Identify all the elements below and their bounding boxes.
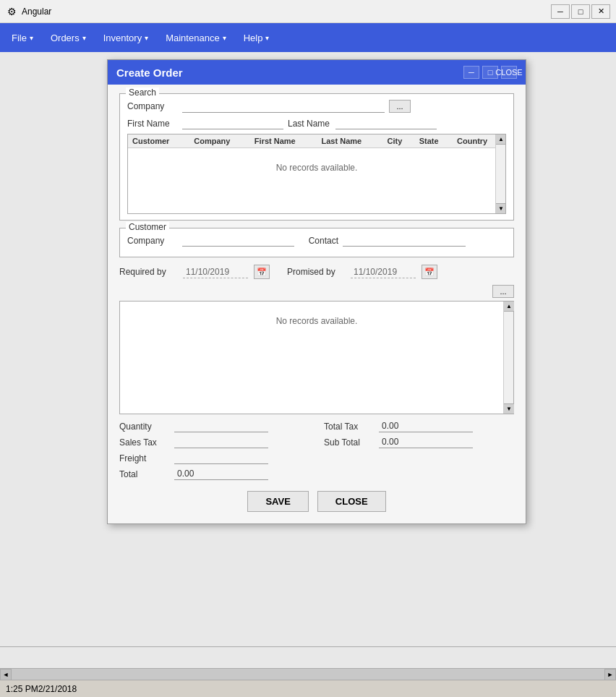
items-browse-button[interactable]: ... <box>492 285 514 298</box>
menu-item-file[interactable]: File ▾ <box>3 28 42 48</box>
freight-input[interactable] <box>174 452 268 464</box>
title-bar-controls: ─ □ ✕ <box>551 4 610 19</box>
menu-item-inventory[interactable]: Inventory ▾ <box>95 28 157 48</box>
maximize-button[interactable]: □ <box>571 4 590 19</box>
dialog-close-button[interactable]: CLOSE <box>501 66 517 79</box>
col-customer: Customer <box>128 134 189 148</box>
file-menu-arrow: ▾ <box>30 34 33 42</box>
help-menu-arrow: ▾ <box>265 34 269 42</box>
main-area: Create Order ─ □ CLOSE Search Company ..… <box>0 52 616 680</box>
promised-by-label: Promised by <box>287 267 345 277</box>
app-icon: ⚙ <box>6 6 17 17</box>
search-group-label: Search <box>126 87 159 98</box>
customer-group: Customer Company Contact <box>119 228 514 257</box>
minimize-button[interactable]: ─ <box>551 4 570 19</box>
freight-label: Freight <box>119 453 170 463</box>
freight-row: Freight <box>119 452 309 464</box>
total-label: Total <box>119 469 170 479</box>
col-city: City <box>383 134 415 148</box>
sub-total-label: Sub Total <box>324 437 375 448</box>
items-scroll[interactable]: No records available. <box>120 302 513 414</box>
sales-tax-row: Sales Tax <box>119 436 309 448</box>
promised-by-input[interactable] <box>351 266 416 278</box>
dialog-title-bar: Create Order ─ □ CLOSE <box>108 60 526 85</box>
total-tax-input[interactable] <box>379 420 473 432</box>
promised-by-calendar-button[interactable]: 📅 <box>422 265 437 279</box>
customer-company-input[interactable] <box>182 234 294 247</box>
customer-group-label: Customer <box>126 222 169 232</box>
sub-total-input[interactable] <box>379 436 473 448</box>
title-bar: ⚙ Angular ─ □ ✕ <box>0 0 616 23</box>
total-input[interactable] <box>174 468 268 480</box>
orders-menu-arrow: ▾ <box>82 34 86 42</box>
inventory-menu-arrow: ▾ <box>145 34 148 42</box>
first-name-input[interactable] <box>182 117 283 129</box>
menu-item-orders[interactable]: Orders ▾ <box>42 28 95 48</box>
action-buttons: SAVE CLOSE <box>119 491 514 515</box>
col-first-name: First Name <box>250 134 317 148</box>
search-table-scrollbar[interactable]: ▲ ▼ <box>495 134 505 213</box>
items-scroll-track <box>504 312 513 403</box>
close-button[interactable]: ✕ <box>591 4 610 19</box>
company-search-row: Company ... <box>127 100 506 113</box>
total-tax-label: Total Tax <box>324 422 375 432</box>
dialog-minimize-button[interactable]: ─ <box>463 66 479 79</box>
scroll-track <box>496 145 505 203</box>
search-group: Search Company ... First Name Last Name <box>119 93 514 221</box>
maintenance-menu-arrow: ▾ <box>223 34 226 42</box>
h-scroll-left-arrow[interactable]: ◄ <box>0 669 12 680</box>
bottom-bar <box>0 646 616 668</box>
dialog-controls: ─ □ CLOSE <box>463 66 517 79</box>
totals-right: Total Tax Sub Total <box>324 420 514 484</box>
search-results-table-container: Customer Company First Name Last Name Ci… <box>127 134 506 214</box>
scroll-up-arrow[interactable]: ▲ <box>496 134 505 145</box>
company-label: Company <box>127 101 178 111</box>
dates-row: Required by 📅 Promised by 📅 <box>119 265 514 279</box>
quantity-label: Quantity <box>119 422 170 432</box>
totals-section: Quantity Sales Tax Freight Total <box>119 420 514 484</box>
customer-company-label: Company <box>127 236 178 246</box>
menu-bar: File ▾ Orders ▾ Inventory ▾ Maintenance … <box>0 23 616 52</box>
quantity-row: Quantity <box>119 420 309 432</box>
required-by-label: Required by <box>119 267 177 277</box>
total-tax-row: Total Tax <box>324 420 514 432</box>
col-company: Company <box>189 134 250 148</box>
status-bar: 1:25 PM2/21/2018 <box>0 680 616 697</box>
scroll-down-arrow[interactable]: ▼ <box>496 203 505 213</box>
col-state: State <box>415 134 453 148</box>
sales-tax-label: Sales Tax <box>119 437 170 448</box>
name-search-row: First Name Last Name <box>127 117 506 129</box>
sub-total-row: Sub Total <box>324 436 514 448</box>
sales-tax-input[interactable] <box>174 436 268 448</box>
company-input[interactable] <box>182 101 385 113</box>
dialog-body: Search Company ... First Name Last Name <box>108 85 526 523</box>
h-scroll-track[interactable] <box>12 669 604 680</box>
close-button-dialog[interactable]: CLOSE <box>317 491 386 512</box>
app-title: Angular <box>22 7 551 17</box>
contact-input[interactable] <box>343 234 466 247</box>
required-by-calendar-button[interactable]: 📅 <box>254 265 270 279</box>
last-name-input[interactable] <box>335 117 437 129</box>
menu-item-help[interactable]: Help ▾ <box>235 28 278 48</box>
search-browse-button[interactable]: ... <box>389 100 411 113</box>
items-scroll-up-arrow[interactable]: ▲ <box>504 302 514 312</box>
status-text: 1:25 PM2/21/2018 <box>6 684 77 694</box>
quantity-input[interactable] <box>174 420 268 432</box>
create-order-dialog: Create Order ─ □ CLOSE Search Company ..… <box>107 59 526 524</box>
search-results-scroll[interactable]: No records available. <box>128 148 505 213</box>
h-scroll-right-arrow[interactable]: ► <box>604 669 616 680</box>
col-last-name: Last Name <box>317 134 383 148</box>
save-button[interactable]: SAVE <box>247 491 308 512</box>
totals-left: Quantity Sales Tax Freight Total <box>119 420 309 484</box>
items-scroll-down-arrow[interactable]: ▼ <box>504 403 514 414</box>
required-by-input[interactable] <box>183 266 248 278</box>
items-area: No records available. ▲ ▼ <box>119 301 514 414</box>
search-no-records: No records available. <box>128 148 505 187</box>
search-results-table: Customer Company First Name Last Name Ci… <box>128 134 505 148</box>
items-no-records: No records available. <box>120 302 513 341</box>
total-row: Total <box>119 468 309 480</box>
horizontal-scrollbar[interactable]: ◄ ► <box>0 668 616 680</box>
items-scrollbar[interactable]: ▲ ▼ <box>503 302 513 414</box>
menu-item-maintenance[interactable]: Maintenance ▾ <box>157 28 234 48</box>
last-name-label: Last Name <box>288 119 331 129</box>
